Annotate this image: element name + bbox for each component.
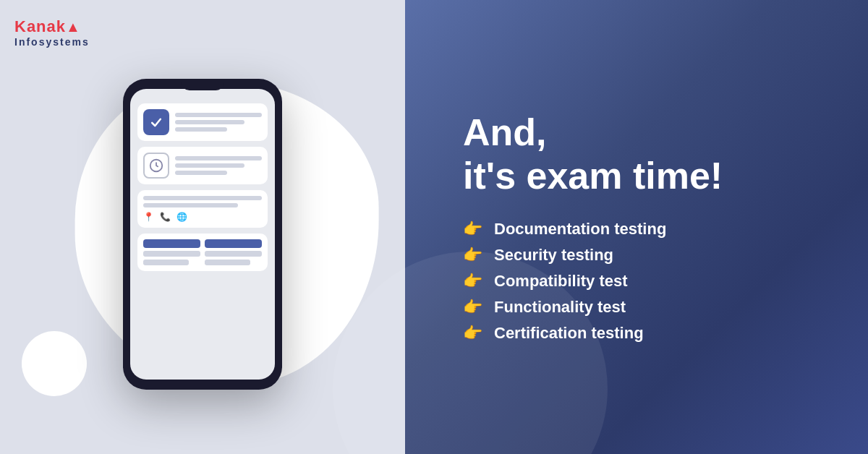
page-container: Kanak▲ Infosystems bbox=[0, 0, 868, 454]
headline-line1: And, bbox=[463, 111, 825, 155]
phone-card-3: 📍 📞 🌐 bbox=[137, 190, 268, 228]
list-item-label: Security testing bbox=[494, 246, 613, 265]
list-item-label: Certification testing bbox=[494, 324, 644, 343]
logo-sub: Infosystems bbox=[14, 37, 90, 48]
col1 bbox=[143, 239, 200, 265]
finger-icon: 👉 bbox=[463, 324, 482, 343]
phone-card-2 bbox=[137, 147, 268, 184]
list-item-label: Compatibility test bbox=[494, 272, 628, 291]
card2-lines bbox=[175, 156, 262, 175]
phone-notch bbox=[181, 79, 224, 90]
logo-accent: ▲ bbox=[66, 19, 81, 35]
list-item: 👉 Security testing bbox=[463, 246, 825, 265]
line bbox=[175, 120, 244, 124]
finger-icon: 👉 bbox=[463, 220, 482, 239]
list-item: 👉 Certification testing bbox=[463, 324, 825, 343]
col2 bbox=[205, 239, 262, 265]
line bbox=[175, 163, 244, 168]
list-item-label: Functionality test bbox=[494, 298, 626, 317]
card1-lines bbox=[175, 113, 262, 132]
logo-text: Kanak bbox=[14, 17, 66, 35]
checkbox-icon-bg bbox=[143, 109, 169, 135]
checklist: 👉 Documentation testing 👉 Security testi… bbox=[463, 220, 825, 343]
clock-icon bbox=[148, 158, 164, 174]
headline-line2: it's exam time! bbox=[463, 155, 825, 198]
line bbox=[143, 196, 262, 200]
line bbox=[205, 251, 262, 257]
blob-small-shape bbox=[22, 331, 87, 396]
line bbox=[143, 251, 200, 257]
logo-brand: Kanak▲ bbox=[14, 14, 90, 37]
line bbox=[205, 260, 250, 265]
line bbox=[143, 203, 238, 207]
headline: And, it's exam time! bbox=[463, 111, 825, 198]
phone-mockup: 📍 📞 🌐 bbox=[123, 79, 282, 390]
list-item: 👉 Functionality test bbox=[463, 298, 825, 317]
globe-icon: 🌐 bbox=[176, 212, 187, 222]
list-item-label: Documentation testing bbox=[494, 220, 666, 239]
line bbox=[175, 113, 262, 117]
card3-icons: 📍 📞 🌐 bbox=[143, 212, 262, 222]
check-icon bbox=[149, 115, 163, 129]
finger-icon: 👉 bbox=[463, 298, 482, 317]
btn1 bbox=[143, 239, 200, 248]
finger-icon: 👉 bbox=[463, 272, 482, 291]
logo: Kanak▲ Infosystems bbox=[14, 14, 90, 48]
phone-card-4 bbox=[137, 234, 268, 271]
btn2 bbox=[205, 239, 262, 248]
list-item: 👉 Compatibility test bbox=[463, 272, 825, 291]
line bbox=[175, 127, 227, 132]
location-icon: 📍 bbox=[143, 212, 154, 222]
finger-icon: 👉 bbox=[463, 246, 482, 265]
phone-screen: 📍 📞 🌐 bbox=[130, 89, 275, 380]
phone-card-1 bbox=[137, 103, 268, 141]
card3-lines bbox=[143, 196, 262, 207]
line bbox=[175, 171, 227, 175]
clock-icon-bg bbox=[143, 153, 169, 179]
phone-icon: 📞 bbox=[160, 212, 171, 222]
line bbox=[175, 156, 262, 160]
list-item: 👉 Documentation testing bbox=[463, 220, 825, 239]
right-panel: And, it's exam time! 👉 Documentation tes… bbox=[405, 0, 868, 454]
line bbox=[143, 260, 189, 265]
